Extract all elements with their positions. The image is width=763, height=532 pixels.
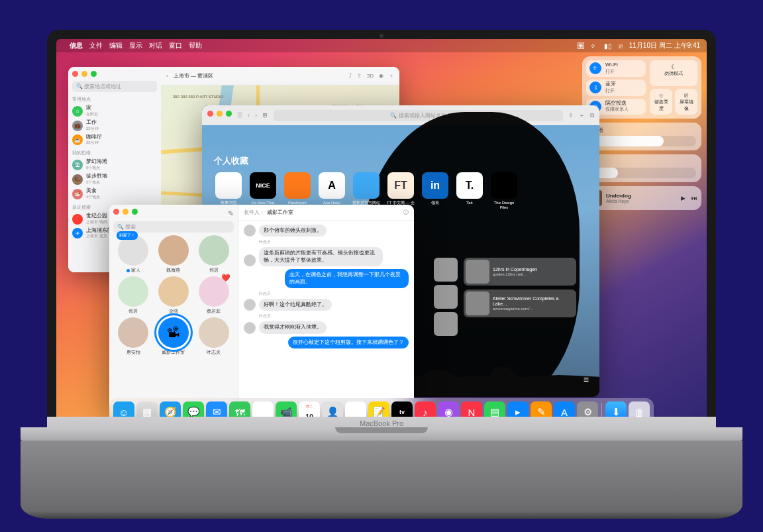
add-icon[interactable]: ＋ bbox=[389, 72, 394, 80]
next-icon[interactable]: ⏭ bbox=[691, 195, 697, 201]
maps-sidebar-item[interactable]: 🍜美食4个地点 bbox=[72, 187, 157, 201]
maps-sidebar-item[interactable]: ☕咖啡厅25分钟 bbox=[72, 133, 157, 148]
traffic-lights[interactable] bbox=[113, 209, 138, 215]
message-bubble: 很开心敲定下这个粗剪版。接下来就调调色了？ bbox=[244, 337, 409, 348]
new-tab-icon[interactable]: ＋ bbox=[579, 111, 585, 120]
app-menu[interactable]: 信息 bbox=[70, 41, 83, 50]
menu-help[interactable]: 帮助 bbox=[189, 41, 202, 50]
menu-file[interactable]: 文件 bbox=[89, 41, 103, 50]
favorite-site[interactable]: The Design Files bbox=[489, 172, 519, 209]
message-bubble: 叶志天我觉得才刚刚渐入佳境。 bbox=[244, 313, 409, 333]
conversation-header: 收件人： 威影工作室 ⓘ bbox=[238, 205, 414, 221]
menubar-clock[interactable]: 11月10日 周二 上午9:41 bbox=[629, 41, 700, 50]
share-icon[interactable]: ⇪ bbox=[357, 73, 362, 79]
info-icon[interactable]: ⓘ bbox=[403, 209, 409, 216]
message-bubble: 那个俯车的镜头很刺激。 bbox=[244, 225, 409, 237]
traffic-lights[interactable] bbox=[72, 71, 157, 77]
forward-icon[interactable]: › bbox=[255, 112, 257, 119]
favorite-site[interactable]: Patchwork Architecture bbox=[283, 172, 312, 209]
wifi-icon: ᯤ bbox=[589, 62, 601, 74]
reading-thumb[interactable] bbox=[434, 285, 458, 309]
cc-bluetooth-toggle[interactable]: ᛒ 蓝牙打开 bbox=[586, 80, 646, 96]
customize-icon[interactable]: ≡ bbox=[584, 374, 589, 385]
maps-sidebar-item[interactable]: ⌂家在附近 bbox=[72, 104, 157, 119]
pinned-conversation[interactable]: 邻居 bbox=[113, 276, 153, 315]
cc-keyboard-brightness[interactable]: ☼ 键盘亮度 bbox=[650, 89, 672, 115]
cc-screen-mirroring[interactable]: ⎚ 屏幕镜像 bbox=[675, 89, 697, 115]
desktop: 信息 文件 编辑 显示 对话 窗口 帮助 🈚︎ ᯤ ▮▯ ⎚ 11月10日 周二… bbox=[56, 39, 707, 430]
back-icon[interactable]: ‹ bbox=[166, 73, 168, 79]
pinned-conversation[interactable]: 叶志天 bbox=[194, 317, 234, 356]
section-guides: 我的指南 bbox=[72, 150, 157, 156]
play-icon[interactable]: ▶ bbox=[681, 195, 686, 201]
cc-dnd-toggle[interactable]: ☾ 勿扰模式 bbox=[650, 60, 697, 86]
sidebar-icon[interactable]: ☰ bbox=[237, 112, 242, 119]
section-favorites: 常用地点 bbox=[72, 96, 157, 103]
menu-window[interactable]: 窗口 bbox=[169, 41, 182, 50]
route-icon[interactable]: ⤴ bbox=[349, 73, 352, 79]
recipient-name: 威影工作室 bbox=[267, 209, 293, 216]
menu-edit[interactable]: 编辑 bbox=[109, 41, 123, 50]
message-bubble: 志天，在调色之前，我想再调整一下那几个夜景的画面。 bbox=[244, 269, 409, 288]
moon-icon: ☾ bbox=[652, 63, 695, 70]
maps-sidebar-item[interactable]: 💼工作25分钟 bbox=[72, 119, 157, 133]
maps-sidebar-item[interactable]: 🥾徒步胜地5个地点 bbox=[72, 172, 157, 187]
message-bubble: 叶志天这条新剪辑的片段更有节奏感。镜头衔接也更流畅，大大提升了整体效果。 bbox=[244, 239, 409, 266]
wifi-icon[interactable]: ᯤ bbox=[591, 42, 597, 50]
favorite-site[interactable]: in领英 bbox=[421, 172, 450, 209]
favorite-site[interactable]: 赞那度官方网站 bbox=[352, 172, 381, 209]
pinned-conversation[interactable]: 邻居 bbox=[194, 235, 234, 274]
reading-thumb[interactable] bbox=[434, 258, 458, 282]
cc-display-slider[interactable]: 显示器 ☀ bbox=[582, 123, 701, 150]
maps-location-title: 上海市 — 黄浦区 bbox=[174, 72, 344, 80]
menu-view[interactable]: 显示 bbox=[129, 41, 142, 50]
favorite-site[interactable]: NICEIt's Nice That bbox=[248, 172, 278, 209]
maps-search-input[interactable]: 🔍 搜索地点或地址 bbox=[72, 81, 157, 92]
menubar: 信息 文件 编辑 显示 对话 窗口 帮助 🈚︎ ᯤ ▮▯ ⎚ 11月10日 周二… bbox=[56, 39, 707, 52]
pinned-conversation[interactable]: 魏海燕 bbox=[154, 235, 193, 274]
reading-list-item[interactable]: Atelier Schwimmer Completes a Lake…azure… bbox=[464, 290, 576, 317]
messages-window: ✎ 🔍 搜索 到家了！家人魏海燕邻居邻居金熙❤️蔡若菲唐安怡📽威影工作室叶志天 … bbox=[109, 205, 414, 417]
language-icon[interactable]: 🈚︎ bbox=[578, 42, 584, 50]
control-center: ᯤ Wi-Fi打开 ᛒ 蓝牙打开 ◎ 隔空投送仅限联系人 bbox=[582, 56, 701, 210]
pinned-conversation[interactable]: 金熙 bbox=[154, 276, 193, 315]
shield-icon[interactable]: ⛨ bbox=[262, 112, 268, 119]
bluetooth-icon: ᛒ bbox=[589, 81, 601, 93]
pinned-conversation[interactable]: 唐安怡 bbox=[113, 317, 153, 356]
maps-sidebar-item[interactable]: 🏝梦幻海滩9个地点 bbox=[72, 158, 157, 172]
favorite-site[interactable]: AAce Hotel bbox=[317, 172, 346, 209]
pinned-conversation[interactable]: 到家了！家人 bbox=[113, 235, 153, 274]
cc-wifi-toggle[interactable]: ᯤ Wi-Fi打开 bbox=[586, 60, 646, 77]
battery-icon[interactable]: ▮▯ bbox=[604, 42, 612, 50]
menu-conversation[interactable]: 对话 bbox=[149, 41, 162, 50]
traffic-lights[interactable] bbox=[207, 111, 232, 117]
control-center-icon[interactable]: ⎚ bbox=[619, 42, 623, 50]
compose-icon[interactable]: ✎ bbox=[228, 209, 234, 218]
message-bubble: 叶志天好啊！这个结尾真酷绝了。 bbox=[244, 291, 409, 311]
cc-sound-slider[interactable]: 声音 🔊 bbox=[582, 154, 701, 182]
pinned-conversation[interactable]: ❤️蔡若菲 bbox=[194, 276, 234, 315]
back-icon[interactable]: ‹ bbox=[248, 112, 250, 119]
favorite-site[interactable]: 苹果中国 bbox=[214, 172, 243, 209]
pinned-conversation[interactable]: 📽威影工作室 bbox=[154, 317, 193, 356]
sun-icon: ☼ bbox=[652, 91, 670, 99]
favorite-site[interactable]: FTFT 中文网 — 全球… bbox=[386, 172, 415, 209]
favorites-heading: 个人收藏 bbox=[214, 155, 587, 167]
locate-icon[interactable]: ◉ bbox=[379, 73, 383, 79]
share-icon[interactable]: ⇪ bbox=[568, 112, 574, 119]
mirror-icon: ⎚ bbox=[678, 91, 695, 99]
3d-icon[interactable]: 3D bbox=[367, 73, 374, 79]
messages-sidebar: ✎ 🔍 搜索 到家了！家人魏海燕邻居邻居金熙❤️蔡若菲唐安怡📽威影工作室叶志天 bbox=[109, 205, 238, 417]
maps-toolbar: ‹ 上海市 — 黄浦区 ⤴ ⇪ 3D ◉ ＋ bbox=[161, 67, 399, 85]
cc-now-playing[interactable]: Underdog Alicia Keys ▶ ⏭ bbox=[582, 186, 701, 210]
favorite-site[interactable]: T.Tait bbox=[455, 172, 484, 209]
reading-thumb[interactable] bbox=[434, 312, 458, 336]
reading-list-item[interactable]: 12hrs in Copenhagenguides.12hrs.net/… bbox=[464, 258, 576, 286]
safari-toolbar: ☰ ‹ › ⛨ 🔍 搜索或输入网站名称 ⇪ ＋ ⧉ bbox=[202, 105, 599, 125]
conversation-body[interactable]: 那个俯车的镜头很刺激。叶志天这条新剪辑的片段更有节奏感。镜头衔接也更流畅，大大提… bbox=[238, 221, 414, 399]
tabs-icon[interactable]: ⧉ bbox=[590, 112, 594, 119]
